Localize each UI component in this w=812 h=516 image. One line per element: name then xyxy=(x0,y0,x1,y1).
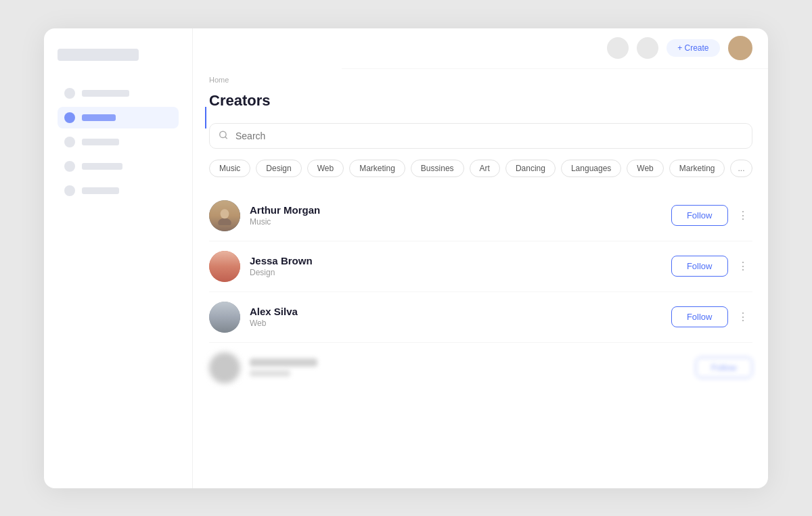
tag-marketing2[interactable]: Marketing xyxy=(669,160,725,177)
tag-languages[interactable]: Languages xyxy=(561,160,621,177)
creator-info: Arthur Morgan Music xyxy=(250,204,662,227)
search-input[interactable] xyxy=(209,123,752,149)
sidebar-item-library[interactable] xyxy=(58,131,179,153)
settings-icon xyxy=(64,185,75,196)
avatar-blurred xyxy=(209,352,240,383)
creator-category: Design xyxy=(250,268,662,277)
sidebar-logo xyxy=(58,49,139,61)
creator-actions: Follow ⋮ xyxy=(671,306,752,327)
creator-item: Jessa Brown Design Follow ⋮ xyxy=(209,241,752,292)
sidebar-item-label xyxy=(82,90,129,97)
sidebar-item-label xyxy=(82,187,119,194)
creator-actions: Follow ⋮ xyxy=(671,205,752,226)
create-button[interactable]: + Create xyxy=(667,39,719,57)
avatar-face xyxy=(209,200,240,231)
tag-music[interactable]: Music xyxy=(209,160,250,177)
creator-name: Jessa Brown xyxy=(250,255,662,266)
sidebar-item-label xyxy=(82,163,122,170)
follow-button-jessa[interactable]: Follow xyxy=(671,256,728,277)
sidebar-item-settings[interactable] xyxy=(58,180,179,202)
tag-more[interactable]: ... xyxy=(730,160,752,177)
creator-info: Jessa Brown Design xyxy=(250,255,662,277)
sidebar-item-dashboard[interactable] xyxy=(58,83,179,104)
avatar-alex xyxy=(209,302,240,333)
creator-actions-blurred: Follow xyxy=(696,357,752,378)
tag-marketing[interactable]: Marketing xyxy=(349,160,405,177)
page-title: Creators xyxy=(209,92,752,110)
user-avatar[interactable] xyxy=(728,36,752,60)
tag-web[interactable]: Web xyxy=(307,160,344,177)
avatar-arthur xyxy=(209,200,240,231)
creator-name: Alex Silva xyxy=(250,306,662,317)
follow-button-blurred[interactable]: Follow xyxy=(696,357,752,378)
header: + Create xyxy=(342,28,768,69)
tag-art[interactable]: Art xyxy=(470,160,500,177)
svg-point-4 xyxy=(221,209,229,218)
creator-item-blurred: Follow xyxy=(209,343,752,393)
tag-web2[interactable]: Web xyxy=(627,160,663,177)
creator-category: Music xyxy=(250,217,662,227)
tag-dancing[interactable]: Dancing xyxy=(505,160,556,177)
creator-category: Web xyxy=(250,319,662,328)
creators-icon xyxy=(64,161,75,172)
message-icon[interactable] xyxy=(637,37,658,59)
main-content: Home Creators Music Design Web Marketing… xyxy=(193,28,768,488)
svg-point-3 xyxy=(218,218,231,225)
creator-info: Alex Silva Web xyxy=(250,306,662,328)
sidebar-item-label xyxy=(82,139,119,145)
sidebar xyxy=(44,28,193,488)
app-card: + Create Home Creators Music Design Web xyxy=(44,28,768,488)
more-options-jessa[interactable]: ⋮ xyxy=(734,257,752,276)
avatar-jessa xyxy=(209,251,240,282)
library-icon xyxy=(64,137,75,147)
blurred-category xyxy=(250,370,290,377)
creator-info-blurred xyxy=(250,358,686,377)
creators-list: Arthur Morgan Music Follow ⋮ Jessa Brown xyxy=(209,191,752,393)
creator-actions: Follow ⋮ xyxy=(671,256,752,277)
more-options-arthur[interactable]: ⋮ xyxy=(734,206,752,225)
tags-row: Music Design Web Marketing Bussines Art … xyxy=(209,160,752,177)
dashboard-icon xyxy=(64,88,75,99)
creator-item: Alex Silva Web Follow ⋮ xyxy=(209,292,752,343)
creator-name: Arthur Morgan xyxy=(250,204,662,216)
tag-design[interactable]: Design xyxy=(256,160,301,177)
follow-button-alex[interactable]: Follow xyxy=(671,306,728,327)
more-options-alex[interactable]: ⋮ xyxy=(734,308,752,327)
breadcrumb: Home xyxy=(209,76,752,84)
search-icon xyxy=(219,130,228,141)
blurred-name xyxy=(250,358,317,367)
notification-icon[interactable] xyxy=(607,37,629,59)
sidebar-item-creators[interactable] xyxy=(58,156,179,177)
sidebar-item-label xyxy=(82,114,116,121)
tag-bussines[interactable]: Bussines xyxy=(411,160,464,177)
avatar-face xyxy=(209,302,240,333)
avatar-face xyxy=(209,251,240,282)
creator-item: Arthur Morgan Music Follow ⋮ xyxy=(209,191,752,241)
sidebar-item-explore[interactable] xyxy=(58,107,179,128)
search-container xyxy=(209,123,752,149)
follow-button-arthur[interactable]: Follow xyxy=(671,205,728,226)
explore-icon xyxy=(64,112,75,123)
svg-line-1 xyxy=(225,137,227,139)
